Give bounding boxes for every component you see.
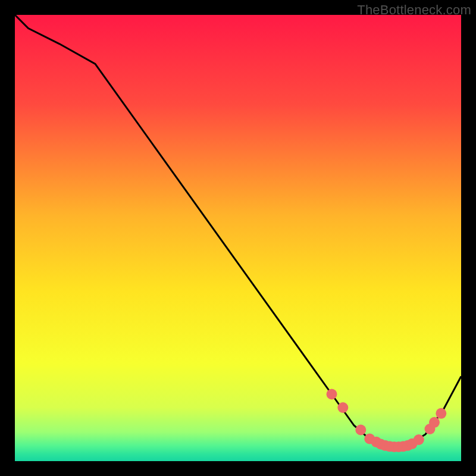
marker-dot xyxy=(327,389,337,400)
marker-dot xyxy=(436,408,446,419)
marker-dot xyxy=(429,417,440,428)
marker-dot xyxy=(355,425,366,436)
marker-dot xyxy=(337,402,348,413)
chart-frame: TheBottleneck.com xyxy=(0,0,476,476)
chart-svg xyxy=(15,15,461,461)
watermark-text: TheBottleneck.com xyxy=(357,2,471,18)
gradient-background xyxy=(15,15,461,461)
plot-area xyxy=(15,15,461,461)
marker-dot xyxy=(414,434,424,445)
